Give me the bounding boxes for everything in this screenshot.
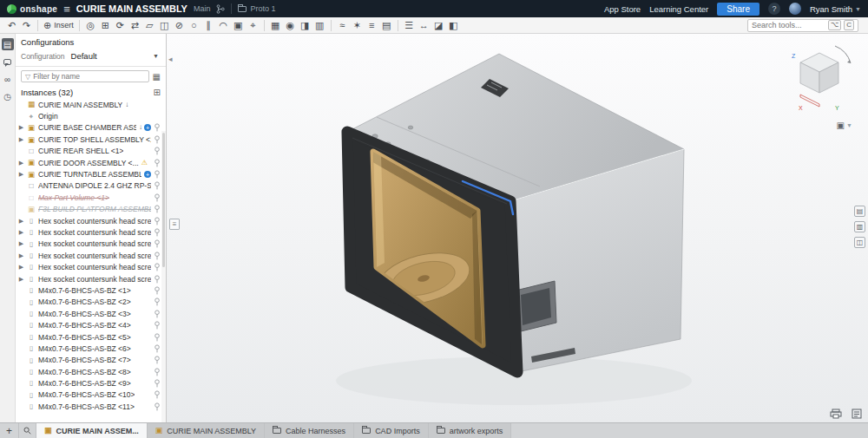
slider-mate-icon[interactable]: ⇄ (128, 18, 142, 32)
pin-icon[interactable] (154, 205, 161, 213)
tree-row[interactable]: ▶▣CURIE TURNTABLE ASSEMBLY <...+ (16, 168, 166, 180)
sheet-list-icon[interactable] (851, 409, 863, 419)
tree-row[interactable]: ▶▣CURIE TOP SHELL ASSEMBLY <1> (16, 134, 166, 145)
pin-icon[interactable] (154, 368, 161, 376)
document-tab[interactable]: artwork exports (429, 423, 512, 438)
pin-icon[interactable] (154, 228, 161, 237)
pin-icon[interactable] (154, 135, 161, 144)
insert-icon[interactable]: ⊕Insert (42, 18, 76, 32)
undo-icon[interactable]: ↶ (4, 18, 19, 32)
pin-icon[interactable] (154, 402, 161, 411)
tree-row[interactable]: ▶▯Hex socket countersunk head screw M4x.… (16, 215, 166, 226)
snap-mode-icon[interactable]: ≈ (335, 18, 350, 32)
tree-row[interactable]: ⌖Origin (16, 110, 166, 121)
tree-row[interactable]: ▶▯Hex socket countersunk head screw M4x.… (16, 239, 166, 250)
search-tools-input[interactable] (752, 21, 825, 29)
expand-chevron-icon[interactable]: ▶ (18, 218, 24, 225)
ball-mate-icon[interactable]: ○ (187, 18, 201, 32)
follow-mode-icon[interactable]: ∞ (2, 73, 14, 85)
tree-row[interactable]: ▶▯Hex socket countersunk head screw M4x.… (16, 250, 166, 261)
pin-icon[interactable] (154, 147, 161, 155)
view-cube[interactable]: Z X Y (785, 39, 858, 119)
mate-connector-icon[interactable]: ⌖ (246, 18, 260, 32)
print-icon[interactable] (830, 409, 842, 419)
pin-icon[interactable] (154, 263, 161, 271)
app-store-link[interactable]: App Store (604, 4, 641, 14)
tree-row[interactable]: ▯M4x0.7-6-BHCS-AS-BZ <1> (16, 284, 166, 296)
pin-icon[interactable] (154, 193, 161, 202)
measure-icon[interactable]: ↔ (417, 18, 431, 32)
help-icon[interactable]: ? (768, 3, 780, 15)
tree-row[interactable]: ▯M4x0.7-6-BHCS-AS-BZ <2> (16, 297, 166, 308)
linear-pattern-icon[interactable]: ▦ (268, 18, 283, 32)
share-button[interactable]: Share (717, 3, 760, 16)
history-icon[interactable]: ◷ (2, 90, 14, 102)
main-menu-icon[interactable]: ≡ (63, 3, 70, 15)
pin-icon[interactable] (154, 239, 161, 248)
expand-chevron-icon[interactable]: ▶ (18, 171, 24, 178)
tree-row[interactable]: ▯M4x0.7-6-BHCS-AS-BZ <10> (16, 389, 166, 401)
replicate-icon[interactable]: ▥ (312, 18, 327, 32)
workspace-name[interactable]: Main (194, 4, 211, 13)
panel-toggle-versions-icon[interactable]: ◫ (854, 237, 865, 248)
tree-row[interactable]: ▶▣CURIE DOOR ASSEMBLY <...⚠ (16, 157, 166, 168)
pin-icon[interactable] (154, 297, 161, 306)
side-display-panel[interactable] (516, 281, 556, 332)
named-positions-icon[interactable]: ≡ (365, 18, 379, 32)
pin-icon[interactable] (154, 321, 161, 330)
pin-icon[interactable] (154, 217, 161, 226)
pin-icon[interactable] (154, 123, 161, 132)
pin-icon[interactable] (154, 344, 161, 353)
tree-row[interactable]: □Max Part Volume <1> (16, 192, 166, 203)
pin-icon[interactable] (154, 170, 161, 179)
pin-icon[interactable] (154, 252, 161, 260)
pin-icon[interactable] (154, 286, 161, 295)
planar-mate-icon[interactable]: ▱ (142, 18, 157, 32)
filter-box[interactable]: ▽ (21, 70, 149, 82)
tree-row[interactable]: ▣F3L BUILD PLATFORM ASSEMBL... (16, 204, 166, 215)
search-tools-box[interactable]: ⌥ C (747, 19, 858, 32)
document-tab[interactable]: ▣CURIE MAIN ASSEMBLY (148, 423, 265, 438)
expand-chevron-icon[interactable]: ▶ (18, 240, 24, 247)
printer-model[interactable] (167, 34, 868, 422)
pin-icon[interactable] (154, 333, 161, 342)
add-tab-button[interactable]: + (0, 423, 19, 438)
comments-icon[interactable] (2, 56, 14, 68)
expand-chevron-icon[interactable]: ▶ (18, 264, 24, 271)
panel-toggle-bom-icon[interactable]: ▤ (854, 206, 865, 217)
list-view-toggle-icon[interactable]: ▦ (153, 72, 161, 82)
display-states-icon[interactable]: ▤ (379, 18, 394, 32)
redo-icon[interactable]: ↷ (19, 18, 34, 32)
pin-icon[interactable] (154, 379, 161, 388)
tangent-mate-icon[interactable]: ◠ (216, 18, 231, 32)
avatar[interactable] (789, 3, 801, 15)
pin-icon[interactable] (154, 159, 161, 167)
revolute-mate-icon[interactable]: ⟳ (113, 18, 128, 32)
tree-row[interactable]: □ANTENNA DIPOLE 2.4 GHZ RP-S... (16, 180, 166, 192)
learning-center-link[interactable]: Learning Center (649, 4, 708, 14)
sidebar-scrollbar[interactable] (161, 131, 166, 422)
pin-icon[interactable] (154, 310, 161, 318)
group-icon[interactable]: ▣ (231, 18, 246, 32)
document-tab[interactable]: ▣CURIE MAIN ASSEM... (36, 423, 148, 438)
assembly-tree-icon[interactable]: ▤ (2, 38, 14, 50)
document-tab[interactable]: Cable Harnesses (265, 423, 354, 438)
mate-icon[interactable]: ◎ (83, 18, 98, 32)
pin-slot-mate-icon[interactable]: ⊘ (172, 18, 187, 32)
document-location[interactable]: Proto 1 (238, 4, 275, 13)
pin-icon[interactable] (154, 356, 161, 364)
tree-row[interactable]: ▯M4x0.7-6-BHCS-AS-BZ <11> (16, 401, 166, 412)
explode-view-icon[interactable]: ✶ (350, 18, 365, 32)
fastened-mate-icon[interactable]: ⊞ (98, 18, 113, 32)
tree-row[interactable]: ▯M4x0.7-6-BHCS-AS-BZ <8> (16, 366, 166, 377)
panel-toggle-config-icon[interactable]: ▥ (854, 221, 865, 232)
appearance-icon[interactable]: ◧ (446, 18, 461, 32)
scrollbar-thumb[interactable] (162, 133, 165, 267)
mirror-icon[interactable]: ◨ (298, 18, 312, 32)
tree-row[interactable]: ▯M4x0.7-6-BHCS-AS-BZ <7> (16, 355, 166, 366)
branch-icon[interactable] (216, 4, 225, 14)
parallel-mate-icon[interactable]: ∥ (201, 18, 216, 32)
tree-row[interactable]: ▯M4x0.7-6-BHCS-AS-BZ <3> (16, 308, 166, 319)
tree-row[interactable]: □CURIE REAR SHELL <1> (16, 146, 166, 157)
pin-icon[interactable] (154, 390, 161, 399)
